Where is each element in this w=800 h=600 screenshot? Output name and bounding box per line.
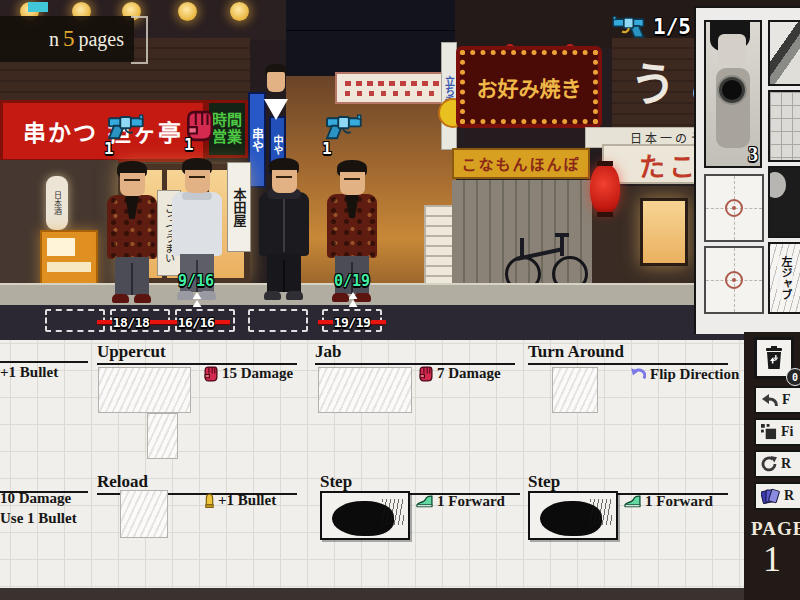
hp-bar-enemy-2: 16/16: [162, 314, 230, 330]
effect-text: 1 Forward: [437, 493, 505, 510]
sidebar-button-2[interactable]: Fi: [754, 418, 800, 446]
sign-text: 中や: [270, 135, 285, 155]
card-title: Jab: [315, 342, 515, 365]
sidebar-button-4[interactable]: R: [754, 482, 800, 510]
sidebar-button-3[interactable]: R: [754, 450, 800, 478]
target-crosshair-icon: [725, 271, 743, 289]
card-effect: Use 1 Bullet: [0, 510, 77, 527]
shoe: [332, 293, 349, 302]
guard-value: 0/19: [334, 272, 370, 290]
fist-icon: [418, 366, 433, 382]
effect-text: 10 Damage: [0, 490, 71, 507]
page-label: PAGE: [751, 518, 800, 540]
card-jab[interactable]: Jab 7 Damage: [315, 342, 515, 462]
sign-okonomiyaki: お好み焼き: [460, 50, 598, 124]
card-effect: +1 Bullet: [0, 364, 58, 381]
card-step-2[interactable]: Step 1 Forward: [528, 472, 728, 592]
bike-post: [520, 238, 524, 256]
card-clipped-top-left[interactable]: +1 Bullet: [0, 342, 88, 462]
card-reload[interactable]: Reload +1 Bullet: [97, 472, 297, 592]
guard-up-arrows-icon: [348, 291, 358, 308]
manga-panel-dark-figure: [768, 166, 800, 238]
player-character[interactable]: [252, 158, 316, 302]
intent-punch: 1: [184, 110, 226, 152]
right-window: [640, 198, 688, 266]
card-effect: 7 Damage: [418, 365, 501, 382]
effect-text: 7 Damage: [437, 365, 501, 382]
flip-icon: [630, 368, 646, 382]
card-art: [98, 367, 191, 413]
card-art: [552, 367, 598, 413]
shoe: [134, 294, 151, 303]
night-sky: [286, 0, 460, 76]
lantern-icon: [178, 2, 197, 21]
button-label: Fi: [781, 424, 793, 440]
portrait-face: [267, 72, 285, 92]
bike-post: [560, 236, 564, 256]
hp-bar-enemy-3: 19/19: [318, 314, 386, 330]
vending-window: [47, 238, 75, 256]
effect-text: Use 1 Bullet: [0, 510, 77, 527]
card-title: Turn Around: [528, 342, 728, 365]
card-clipped-bottom-left[interactable]: 10 Damage Use 1 Bullet: [0, 472, 88, 592]
sign-text: 串や: [249, 128, 266, 152]
hp-value: 19/19: [333, 315, 372, 330]
street-scene: 串かつ 担ヶ亭 時間営業 串や 中や 日本酒 ごっつうまい 本田屋 立ち呑み お…: [0, 0, 800, 340]
sign-text: 本田屋: [230, 188, 249, 227]
hp-value: 16/16: [177, 315, 216, 330]
shoe: [286, 291, 303, 300]
card-art: [320, 491, 410, 540]
effect-text: +1 Bullet: [218, 492, 276, 509]
manga-panel-gunman: 3: [704, 20, 762, 168]
sign-tachinomi: 立ち呑み: [441, 42, 457, 150]
card-hand-area: +1 Bullet Uppercut 15 Damage Jab 7 Damag…: [0, 340, 800, 600]
sidebar-button-1[interactable]: F: [754, 386, 800, 414]
red-lantern-icon: [590, 164, 620, 214]
board-slot: [248, 309, 308, 332]
sign-text: 串かつ 担ヶ亭: [23, 114, 183, 148]
panel-number: 3: [748, 143, 758, 166]
cards-icon: [761, 488, 780, 505]
jacket: [259, 192, 309, 256]
panels-icon: [761, 424, 777, 440]
manga-panel-gun-closeup: [768, 20, 800, 86]
turn-portrait: [263, 64, 289, 98]
sake-lantern: 日本酒: [46, 176, 68, 230]
vending-window: [47, 262, 91, 272]
refresh-icon: [761, 456, 777, 472]
manga-panel-empty: [704, 246, 764, 314]
effect-text: 1 Forward: [645, 493, 713, 510]
sign-text: 日本酒: [52, 191, 63, 215]
tooltip-text: pages: [78, 28, 124, 51]
trash-recycle-icon: [763, 346, 785, 370]
card-uppercut[interactable]: Uppercut 15 Damage: [97, 342, 297, 462]
hp-bar-enemy-1: 18/18: [97, 314, 165, 330]
pants: [115, 257, 149, 295]
shoe-icon: [416, 495, 433, 508]
guard-value: 9/16: [178, 272, 214, 290]
card-effect: 15 Damage: [203, 365, 293, 382]
shoe: [264, 291, 281, 300]
wire: [286, 30, 460, 31]
panel-art: [718, 34, 746, 66]
button-label: F: [782, 392, 791, 408]
card-step-1[interactable]: Step 1 Forward: [320, 472, 520, 592]
enemy-1[interactable]: [100, 161, 164, 305]
banner-honda: 本田屋: [227, 162, 251, 252]
discard-count-badge: 0: [786, 368, 800, 386]
manga-panel-empty: [704, 174, 764, 242]
intent-count: 1: [104, 139, 114, 158]
menu-board: [424, 205, 454, 290]
jacket: [107, 195, 157, 259]
intent-gun: 1: [104, 114, 146, 156]
effect-text: Flip Direction: [650, 366, 739, 383]
lantern-cap: [597, 161, 613, 166]
manga-panel-window: [768, 90, 800, 162]
card-effect: +1 Bullet: [205, 492, 276, 509]
revolver-icon: [104, 114, 144, 140]
intent-count: 1: [184, 135, 194, 154]
card-art: [318, 367, 412, 413]
jacket: [327, 194, 377, 258]
card-turn-around[interactable]: Turn Around Flip Direction: [528, 342, 728, 462]
game-root: 串かつ 担ヶ亭 時間営業 串や 中や 日本酒 ごっつうまい 本田屋 立ち呑み お…: [0, 0, 800, 600]
